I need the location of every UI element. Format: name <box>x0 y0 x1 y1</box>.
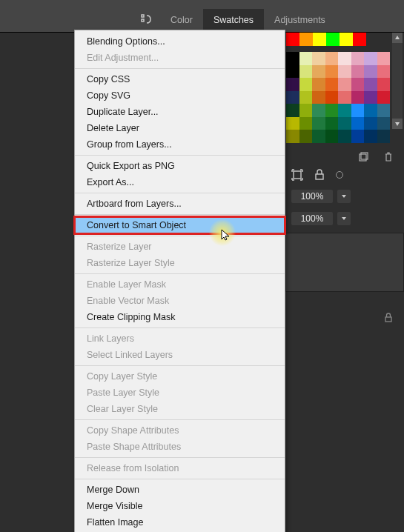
swatch[interactable] <box>338 117 351 130</box>
swatch-scrollbar[interactable] <box>392 33 403 129</box>
swatch[interactable] <box>351 104 365 117</box>
swatch[interactable] <box>338 65 351 79</box>
swatch[interactable] <box>286 65 299 79</box>
menu-export-as[interactable]: Export As... <box>75 174 285 190</box>
swatch[interactable] <box>325 52 339 65</box>
swatch[interactable] <box>340 33 353 46</box>
new-swatch-icon[interactable] <box>358 152 368 165</box>
menu-merge-down[interactable]: Merge Down <box>75 482 285 498</box>
menu-artboard-from-layers[interactable]: Artboard from Layers... <box>75 196 285 212</box>
swatch[interactable] <box>338 104 351 117</box>
menu-rasterize-style: Rasterize Layer Style <box>75 255 285 271</box>
swatch-grid[interactable] <box>286 52 390 143</box>
swatch[interactable] <box>325 78 339 91</box>
swatch[interactable] <box>312 104 325 117</box>
trash-icon[interactable] <box>383 152 394 165</box>
swatch[interactable] <box>364 104 377 117</box>
menu-flatten-image[interactable]: Flatten Image <box>75 514 285 531</box>
swatch[interactable] <box>364 117 377 130</box>
swatch[interactable] <box>364 91 377 104</box>
swatch[interactable] <box>325 65 339 79</box>
menu-quick-export-png[interactable]: Quick Export as PNG <box>75 158 285 174</box>
fill-dropdown[interactable] <box>337 212 351 225</box>
swatch[interactable] <box>299 65 313 79</box>
swatch[interactable] <box>364 65 377 79</box>
swatch[interactable] <box>353 33 366 46</box>
swatch-recent-row <box>286 33 404 46</box>
lock-all-icon[interactable] <box>285 292 404 323</box>
menu-link-layers: Link Layers <box>75 330 285 347</box>
swatch[interactable] <box>286 33 299 46</box>
lock-icon[interactable] <box>314 169 325 181</box>
swatch[interactable] <box>312 130 325 143</box>
menu-group-from-layers[interactable]: Group from Layers... <box>75 136 285 153</box>
bounds-icon[interactable] <box>291 169 303 181</box>
swatch[interactable] <box>377 91 391 104</box>
swatch[interactable] <box>286 104 299 117</box>
swatch[interactable] <box>299 91 313 104</box>
swatch[interactable] <box>325 130 339 143</box>
swatch[interactable] <box>338 130 351 143</box>
swatch[interactable] <box>286 91 299 104</box>
svg-rect-0 <box>142 15 144 17</box>
swatch[interactable] <box>338 52 351 65</box>
swatch[interactable] <box>364 130 377 143</box>
swatch[interactable] <box>364 78 377 91</box>
menu-clear-layer-style: Clear Layer Style <box>75 401 285 417</box>
swatch[interactable] <box>338 91 351 104</box>
swatch[interactable] <box>325 91 339 104</box>
tab-adjustments[interactable]: Adjustments <box>264 9 336 31</box>
swatch[interactable] <box>299 117 313 130</box>
swatch[interactable] <box>364 52 377 65</box>
swatch[interactable] <box>326 33 340 46</box>
swatch[interactable] <box>351 78 365 91</box>
swatch[interactable] <box>312 117 325 130</box>
menu-enable-vector-mask: Enable Vector Mask <box>75 293 285 309</box>
svg-rect-4 <box>294 171 301 179</box>
menu-copy-css[interactable]: Copy CSS <box>75 71 285 87</box>
swatch[interactable] <box>351 52 365 65</box>
swatch[interactable] <box>325 104 339 117</box>
swatch[interactable] <box>299 33 313 46</box>
menu-blending-options[interactable]: Blending Options... <box>75 33 285 50</box>
swatch[interactable] <box>299 78 313 91</box>
swatch[interactable] <box>351 117 365 130</box>
menu-paste-layer-style: Paste Layer Style <box>75 385 285 401</box>
swatch[interactable] <box>338 78 351 91</box>
swatch[interactable] <box>312 65 325 79</box>
swatch[interactable] <box>286 117 299 130</box>
swatch[interactable] <box>325 117 339 130</box>
menu-rasterize-layer: Rasterize Layer <box>75 239 285 255</box>
swatch[interactable] <box>377 52 391 65</box>
panel-dock-icon[interactable] <box>126 13 160 27</box>
swatch[interactable] <box>377 117 391 130</box>
swatch[interactable] <box>377 65 391 79</box>
menu-copy-svg[interactable]: Copy SVG <box>75 87 285 104</box>
menu-convert-smart-object[interactable]: Convert to Smart Object <box>75 217 285 233</box>
swatch[interactable] <box>299 104 313 117</box>
swatch[interactable] <box>312 52 325 65</box>
menu-duplicate-layer[interactable]: Duplicate Layer... <box>75 104 285 120</box>
menu-create-clipping-mask[interactable]: Create Clipping Mask <box>75 309 285 325</box>
swatch[interactable] <box>286 52 299 65</box>
swatch[interactable] <box>351 130 365 143</box>
swatch[interactable] <box>377 104 391 117</box>
swatch[interactable] <box>286 130 299 143</box>
swatch[interactable] <box>377 78 391 91</box>
opacity-value[interactable]: 100% <box>291 190 333 203</box>
swatch[interactable] <box>351 91 365 104</box>
swatch[interactable] <box>312 91 325 104</box>
menu-merge-visible[interactable]: Merge Visible <box>75 498 285 514</box>
swatch[interactable] <box>286 78 299 91</box>
swatch[interactable] <box>377 130 391 143</box>
swatch[interactable] <box>299 52 313 65</box>
swatch[interactable] <box>313 33 326 46</box>
fill-value[interactable]: 100% <box>291 212 333 225</box>
swatch[interactable] <box>299 130 313 143</box>
tab-color[interactable]: Color <box>160 9 203 31</box>
opacity-dropdown[interactable] <box>337 190 351 203</box>
tab-swatches[interactable]: Swatches <box>203 9 264 31</box>
menu-delete-layer[interactable]: Delete Layer <box>75 120 285 136</box>
swatch[interactable] <box>312 78 325 91</box>
swatch[interactable] <box>351 65 365 79</box>
